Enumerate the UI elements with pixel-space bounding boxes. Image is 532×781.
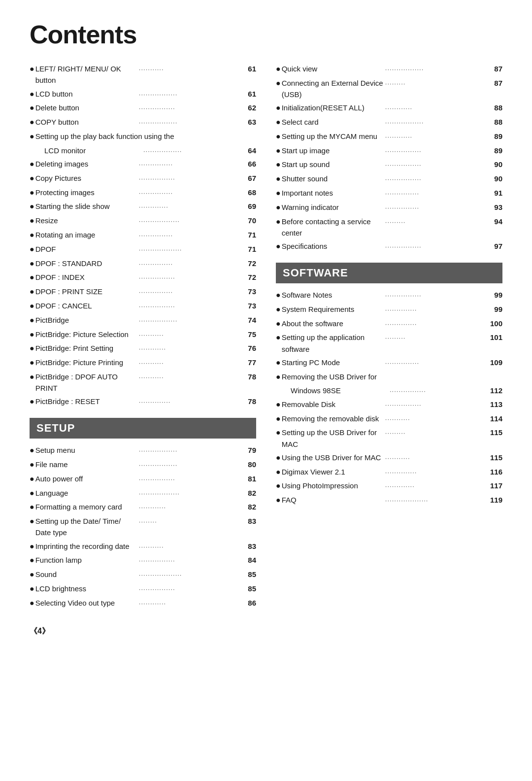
toc-page: 91 — [489, 187, 502, 199]
toc-label: Selecting Video out type — [35, 597, 137, 609]
toc-label: PictBridge: Picture Selection — [35, 329, 137, 340]
toc-label: File name — [35, 459, 137, 470]
page-title: Contents — [30, 20, 502, 49]
bullet: ● — [30, 371, 34, 383]
toc-item: ●Language··················82 — [30, 487, 256, 500]
toc-item: ●FAQ···················119 — [276, 494, 502, 507]
toc-dots: ··················· — [384, 496, 489, 506]
toc-label: Setup menu — [35, 444, 137, 456]
toc-item: ●Quick view·················87 — [276, 63, 502, 75]
toc-page: 71 — [242, 229, 256, 240]
bullet: ● — [30, 272, 34, 284]
toc-page: 90 — [489, 159, 502, 170]
toc-item: ●Deleting images···············66 — [30, 158, 256, 170]
toc-page: 81 — [242, 473, 256, 484]
bullet: ● — [30, 597, 34, 610]
toc-item: ●PictBridge : DPOF AUTO PRINT···········… — [30, 371, 256, 394]
toc-label: PictBridge: Picture Printing — [35, 357, 137, 368]
toc-page: 115 — [489, 452, 502, 463]
toc-page: 100 — [489, 318, 502, 329]
toc-item: ●DPOF : STANDARD···············72 — [30, 258, 256, 270]
toc-dots: ················· — [137, 316, 242, 326]
toc-page: 83 — [242, 541, 256, 552]
toc-page: 74 — [242, 314, 256, 326]
toc-item: ●COPY button·················63 — [30, 116, 256, 129]
toc-item: ●Setting up the Date/ Time/ Date type···… — [30, 515, 256, 539]
toc-dots: ············ — [137, 599, 242, 609]
toc-label: Setting up the Date/ Time/ Date type — [35, 515, 137, 539]
toc-dots: ················ — [137, 475, 242, 484]
toc-item: ●Setting up the application software····… — [276, 332, 502, 355]
toc-dots: ··········· — [384, 453, 489, 463]
bullet: ● — [276, 173, 281, 185]
toc-label: Using PhotoImpression — [282, 480, 384, 491]
toc-item: ●About the software··············100 — [276, 318, 502, 330]
toc-item: ●Removing the removable disk···········1… — [276, 413, 502, 425]
toc-item: ●Starting the slide show·············69 — [30, 201, 256, 213]
toc-label: Initialization(RESET ALL) — [282, 102, 384, 113]
toc-label: PictBridge: Print Setting — [35, 342, 137, 354]
toc-dots: ················ — [137, 584, 242, 594]
toc-dots: ·············· — [384, 468, 489, 477]
toc-label: Copy Pictures — [35, 172, 137, 184]
toc-item: ●Important notes···············91 — [276, 187, 502, 200]
toc-dots: ················· — [137, 446, 242, 456]
toc-item: ●System Requirements··············99 — [276, 304, 502, 316]
toc-dots: ··············· — [384, 358, 489, 368]
bullet: ● — [276, 413, 281, 425]
toc-page: 94 — [489, 216, 502, 227]
bullet: ● — [276, 216, 281, 228]
toc-item: ●LCD button·················61 — [30, 88, 256, 101]
toc-label: DPOF : INDEX — [35, 272, 137, 283]
toc-dots: ················ — [137, 103, 242, 113]
toc-page: 89 — [489, 131, 502, 142]
toc-item: ●Protecting images···············68 — [30, 187, 256, 199]
toc-page: 82 — [242, 501, 256, 512]
toc-label: Connecting an External Device (USB) — [282, 77, 384, 101]
toc-item: LCD monitor·················64 — [37, 145, 256, 156]
toc-dots: ················ — [384, 400, 489, 410]
toc-label: Start up sound — [282, 159, 384, 170]
toc-page: 99 — [489, 289, 502, 301]
toc-dots: ·············· — [384, 305, 489, 315]
toc-label: DPOF — [35, 243, 137, 255]
toc-page: 99 — [489, 304, 502, 315]
bullet: ● — [30, 515, 34, 528]
toc-dots: ············· — [137, 202, 242, 212]
toc-label: Before contacting a service center — [282, 216, 384, 239]
toc-dots: ················ — [384, 146, 489, 156]
left-column: ●LEFT/ RIGHT/ MENU/ OK button···········… — [30, 63, 256, 611]
bullet: ● — [276, 466, 281, 478]
toc-label: Formatting a memory card — [35, 501, 137, 512]
toc-label: Imprinting the recording date — [35, 541, 137, 552]
bullet: ● — [276, 131, 281, 143]
toc-page: 112 — [489, 385, 502, 396]
toc-label: Removing the removable disk — [282, 413, 384, 424]
toc-label: LCD button — [35, 88, 137, 100]
toc-dots: ··················· — [137, 245, 242, 255]
toc-page: 109 — [489, 357, 502, 368]
toc-dots: ················· — [384, 118, 489, 128]
toc-page: 79 — [242, 444, 256, 456]
toc-label: Rotating an image — [35, 229, 137, 240]
toc-label: Language — [35, 487, 137, 499]
toc-item: ●Before contacting a service center·····… — [276, 216, 502, 239]
toc-dots: ················· — [142, 146, 242, 156]
toc-label: Software Notes — [282, 289, 384, 301]
toc-label: Digimax Viewer 2.1 — [282, 466, 384, 477]
bullet: ● — [276, 159, 281, 171]
toc-label: System Requirements — [282, 304, 384, 315]
toc-dots: ················· — [137, 90, 242, 100]
toc-label: Starting PC Mode — [282, 357, 384, 368]
toc-dots: ··············· — [137, 259, 242, 269]
bullet: ● — [276, 318, 281, 330]
toc-item: ●Setup menu·················79 — [30, 444, 256, 457]
toc-page: 72 — [242, 258, 256, 269]
bullet: ● — [30, 357, 34, 369]
toc-dots: ············ — [384, 103, 489, 113]
toc-item: ●Select card·················88 — [276, 116, 502, 129]
bullet: ● — [30, 300, 34, 312]
setup-section-header: SETUP — [30, 418, 256, 439]
toc-label: Sound — [35, 569, 137, 580]
bullet: ● — [30, 569, 34, 581]
